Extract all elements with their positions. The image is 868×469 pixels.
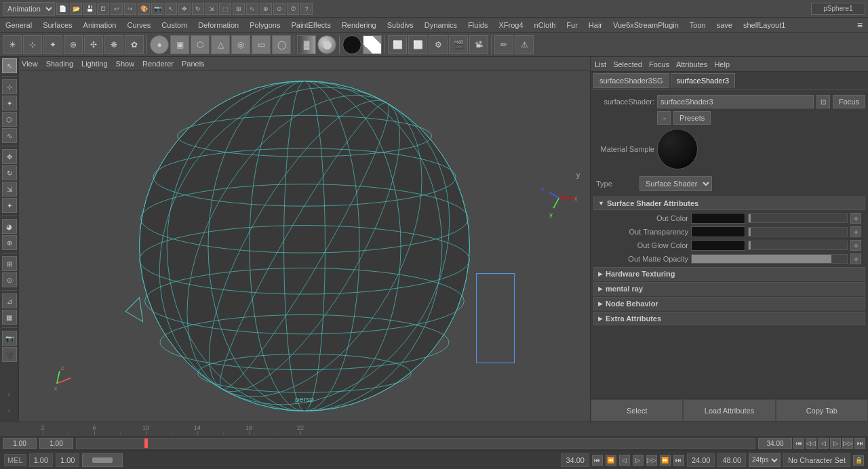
render-icon[interactable]: 🎨	[138, 3, 150, 15]
type-select[interactable]: Surface Shader Lambert Blinn Phong	[639, 176, 712, 191]
move-icon[interactable]: ✥	[178, 3, 191, 15]
step-fwd-btn[interactable]: ▷▷	[842, 438, 853, 449]
attr-header-attributes[interactable]: Attributes	[676, 60, 707, 68]
copy-tab-button[interactable]: Copy Tab	[776, 399, 868, 422]
status-prev-btn[interactable]: ⏪	[606, 455, 616, 466]
snapshot-icon[interactable]: 📷	[151, 3, 163, 15]
scale-icon[interactable]: ⇲	[205, 3, 218, 15]
sphere-icon[interactable]: ●	[150, 35, 169, 54]
fps-select[interactable]: 24fps 30fps 60fps	[749, 453, 781, 467]
rewind-btn[interactable]: ⏮	[793, 438, 804, 449]
out-glow-connect[interactable]: ◈	[850, 240, 861, 251]
range-start-display[interactable]: 24.00	[687, 453, 715, 467]
mental-ray-section[interactable]: ▶ mental ray	[593, 282, 865, 295]
select-tool-btn[interactable]: ↖	[2, 58, 17, 73]
rotate-icon[interactable]: ↻	[192, 3, 204, 15]
orient-icon[interactable]: ✣	[84, 35, 103, 54]
snap-grid-btn[interactable]: ⊞	[2, 256, 17, 271]
status-value2[interactable]: 1.00	[56, 453, 79, 467]
menu-expand-icon[interactable]: ≡	[852, 18, 868, 32]
menu-fur[interactable]: Fur	[561, 18, 583, 32]
soft-select-btn[interactable]: ◕	[2, 219, 17, 234]
hardware-texturing-section[interactable]: ▶ Hardware Texturing	[593, 267, 865, 281]
soft-icon[interactable]: ✿	[125, 35, 144, 54]
attr-header-selected[interactable]: Selected	[613, 60, 642, 68]
snap-point-icon[interactable]: ⊕	[260, 3, 272, 15]
deform-icon[interactable]: ❋	[104, 35, 123, 54]
menu-save[interactable]: save	[711, 18, 738, 32]
render-all-icon[interactable]: 🎬	[449, 35, 468, 54]
save-scene-icon[interactable]: 🗒	[97, 3, 109, 15]
cylinder-icon[interactable]: ⬡	[191, 35, 210, 54]
mel-label[interactable]: MEL	[4, 454, 26, 466]
tab-surface-shader[interactable]: surfaceShader3	[671, 73, 736, 88]
menu-custom[interactable]: Custom	[156, 18, 193, 32]
input-btn[interactable]: ▦	[2, 310, 17, 325]
timeline-start-field[interactable]	[3, 438, 37, 449]
select-icon[interactable]: ↖	[165, 3, 177, 15]
menu-surfaces[interactable]: Surfaces	[37, 18, 77, 32]
material-ball-icon[interactable]: ⬤	[317, 35, 336, 54]
viewport-view-menu[interactable]: View	[22, 60, 38, 68]
step-back-btn[interactable]: ◁◁	[806, 438, 816, 449]
out-color-slider[interactable]	[748, 213, 848, 223]
history-icon[interactable]: ⏱	[287, 3, 299, 15]
transform-icon[interactable]: ⊛	[64, 35, 83, 54]
attr-header-help[interactable]: Help	[714, 60, 730, 68]
menu-shelf[interactable]: shelfLayout1	[738, 18, 791, 32]
range-slider-track[interactable]	[82, 453, 123, 467]
curve-tool-btn[interactable]: ∿	[2, 128, 17, 143]
play-back-btn[interactable]: ◁	[818, 438, 829, 449]
menu-fluids[interactable]: Fluids	[462, 18, 493, 32]
mode-select[interactable]: Animation Modeling Rigging FX Rendering …	[3, 2, 55, 16]
out-transparency-connect[interactable]: ◈	[850, 226, 861, 237]
menu-vue[interactable]: Vue6xStreamPlugin	[608, 18, 684, 32]
play-fwd-btn[interactable]: ▷	[830, 438, 841, 449]
menu-painteffects[interactable]: PaintEffects	[285, 18, 336, 32]
component-btn[interactable]: ⊕	[2, 235, 17, 250]
shader-field-input[interactable]	[657, 95, 814, 108]
redo-icon[interactable]: ↪	[124, 3, 136, 15]
paint-icon[interactable]: ✦	[43, 35, 62, 54]
timeline-current-field[interactable]	[39, 438, 73, 449]
warning-icon[interactable]: ⚠	[515, 35, 534, 54]
camera-btn[interactable]: 📷	[2, 331, 17, 346]
out-color-swatch[interactable]	[691, 213, 745, 224]
select-tool-icon[interactable]: ☀	[3, 35, 22, 54]
menu-rendering[interactable]: Rendering	[336, 18, 382, 32]
time-field-display[interactable]: 34.00	[758, 438, 792, 449]
timeline-range-bar[interactable]	[76, 438, 755, 449]
focus-button[interactable]: Focus	[833, 95, 865, 108]
tab-surface-sg[interactable]: surfaceShader3SG	[593, 73, 669, 88]
out-transparency-swatch[interactable]	[691, 226, 745, 237]
viewport-shading-menu[interactable]: Shading	[46, 60, 73, 68]
open-file-icon[interactable]: 📂	[70, 3, 82, 15]
rotate-tool-btn[interactable]: ↻	[2, 165, 17, 180]
cube-icon[interactable]: ▣	[170, 35, 189, 54]
help-icon[interactable]: ?	[300, 3, 313, 15]
snap-curve-btn[interactable]: ⊙	[2, 272, 17, 287]
fast-fwd-btn[interactable]: ⏭	[854, 438, 865, 449]
save-file-icon[interactable]: 💾	[83, 3, 96, 15]
out-transparency-slider[interactable]	[748, 227, 848, 237]
viewport-panels-menu[interactable]: Panels	[182, 60, 205, 68]
shader-focus-btn[interactable]: ⊡	[816, 95, 830, 108]
viewport-canvas[interactable]: y x y z	[19, 70, 590, 422]
material-sphere-preview[interactable]	[657, 129, 698, 169]
undo-icon[interactable]: ↩	[111, 3, 123, 15]
out-color-connect[interactable]: ◈	[850, 213, 861, 224]
menu-xfrog4[interactable]: XFrog4	[493, 18, 528, 32]
shader-nav-btn[interactable]: →	[657, 111, 671, 125]
snap-curve-icon[interactable]: ∿	[246, 3, 258, 15]
status-value1[interactable]: 1.00	[29, 453, 53, 467]
select-button[interactable]: Select	[591, 399, 683, 422]
pencil-icon[interactable]: ✏	[494, 35, 513, 54]
lasso-icon[interactable]: ⊹	[23, 35, 42, 54]
lasso-tool-btn[interactable]: ⊹	[2, 79, 17, 94]
menu-dynamics[interactable]: Dynamics	[419, 18, 462, 32]
paint-tool-btn[interactable]: ✦	[2, 96, 17, 110]
render-preview-icon[interactable]: ⬜	[388, 35, 407, 54]
out-matte-slider[interactable]	[691, 254, 848, 264]
status-frame-next-btn[interactable]: ▷▷	[646, 455, 657, 466]
plane-icon[interactable]: ▭	[252, 35, 271, 54]
